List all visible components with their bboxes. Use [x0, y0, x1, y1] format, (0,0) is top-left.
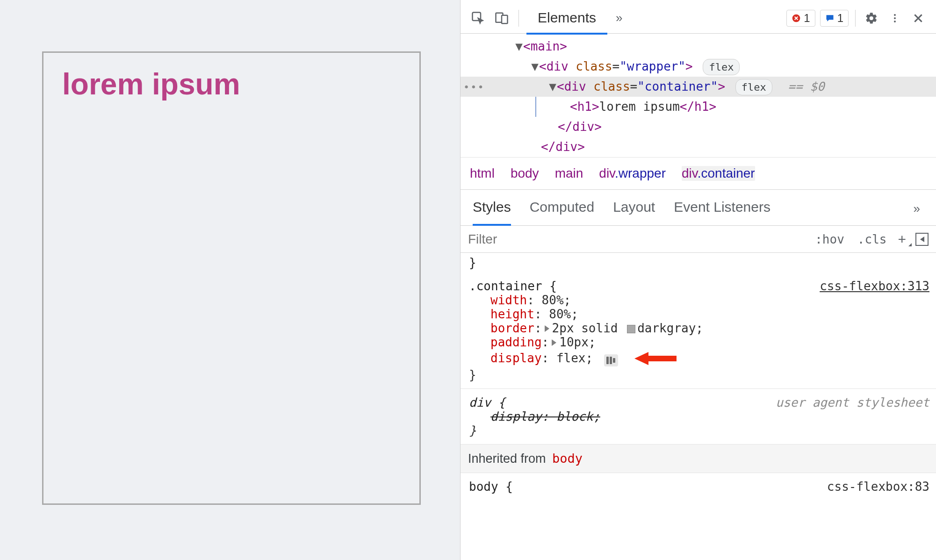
rule-div-ua[interactable]: user agent stylesheet div { display: blo…: [461, 389, 936, 445]
style-rules-pane[interactable]: } css-flexbox:313 .container { width: 80…: [461, 253, 936, 560]
gear-icon[interactable]: [862, 9, 881, 28]
styles-filter-bar: :hov .cls +: [461, 226, 936, 253]
dom-h1-node[interactable]: <h1>lorem ipsum</h1>: [461, 97, 936, 117]
tab-elements[interactable]: Elements: [526, 4, 607, 32]
more-tabs-icon[interactable]: »: [612, 11, 626, 25]
breadcrumb-container[interactable]: div.container: [682, 166, 755, 181]
breadcrumb-body[interactable]: body: [511, 166, 539, 181]
dom-tree[interactable]: ▼<main> ▼<div class="wrapper"> flex ••• …: [461, 34, 936, 157]
dom-selected-node[interactable]: ••• ▼<div class="container"> flex == $0: [461, 77, 936, 97]
svg-rect-2: [502, 15, 508, 23]
rule-body-partial[interactable]: css-flexbox:83 body {: [461, 473, 936, 495]
new-style-rule-icon[interactable]: +: [893, 231, 911, 247]
divider: [518, 10, 519, 27]
source-link[interactable]: css-flexbox:83: [827, 480, 929, 494]
disclosure-triangle-icon[interactable]: ▼: [531, 57, 539, 76]
rule-close-fragment: }: [461, 253, 936, 273]
hov-toggle[interactable]: :hov: [808, 232, 851, 246]
kebab-menu-icon[interactable]: [886, 9, 904, 28]
error-badge[interactable]: 1: [786, 10, 815, 27]
container-box: lorem ipsum: [42, 51, 421, 505]
page-preview: lorem ipsum: [0, 0, 460, 560]
flexbox-editor-icon[interactable]: [604, 354, 618, 366]
tab-styles[interactable]: Styles: [473, 194, 511, 223]
svg-point-5: [894, 17, 896, 19]
rule-container[interactable]: css-flexbox:313 .container { width: 80%;…: [461, 273, 936, 389]
inspect-icon[interactable]: [469, 9, 488, 28]
computed-sidebar-toggle-icon[interactable]: [915, 233, 929, 246]
source-note: user agent stylesheet: [776, 395, 929, 409]
expand-shorthand-icon[interactable]: [545, 325, 549, 332]
svg-marker-7: [634, 352, 677, 365]
more-subtabs-icon[interactable]: »: [910, 201, 924, 216]
source-link[interactable]: css-flexbox:313: [820, 279, 929, 293]
flex-badge[interactable]: flex: [703, 59, 740, 75]
rule-close: }: [469, 424, 928, 438]
disclosure-triangle-icon[interactable]: ▼: [548, 78, 557, 96]
devtools-toolbar: Elements » 1 1: [461, 0, 936, 34]
svg-point-4: [894, 14, 896, 16]
breadcrumb-main[interactable]: main: [555, 166, 583, 181]
dom-div-close[interactable]: </div>: [461, 137, 936, 157]
inherited-header: Inherited from body: [461, 445, 936, 473]
breadcrumb-html[interactable]: html: [470, 166, 495, 181]
divider: [855, 10, 856, 27]
rule-close: }: [469, 368, 928, 382]
expand-shorthand-icon[interactable]: [552, 339, 556, 346]
svg-point-6: [894, 21, 896, 22]
selection-marker: == $0: [788, 79, 824, 93]
annotation-arrow-icon: [634, 349, 677, 368]
breadcrumb-wrapper[interactable]: div.wrapper: [599, 166, 666, 181]
tab-event-listeners[interactable]: Event Listeners: [674, 194, 770, 223]
flex-badge[interactable]: flex: [735, 79, 772, 95]
page-heading: lorem ipsum: [62, 67, 401, 101]
styles-filter-input[interactable]: [461, 227, 808, 251]
device-toggle-icon[interactable]: [492, 9, 511, 28]
tab-layout[interactable]: Layout: [613, 194, 655, 223]
disclosure-triangle-icon[interactable]: ▼: [515, 37, 523, 56]
dom-row-actions-icon[interactable]: •••: [463, 79, 485, 94]
error-count: 1: [804, 12, 810, 25]
dom-div-close[interactable]: </div>: [461, 117, 936, 137]
dom-main-open[interactable]: <main>: [523, 39, 567, 53]
message-badge[interactable]: 1: [820, 10, 849, 27]
close-icon[interactable]: [909, 9, 928, 28]
styles-subtabs: Styles Computed Layout Event Listeners »: [461, 190, 936, 226]
tab-computed[interactable]: Computed: [530, 194, 594, 223]
devtools-panel: Elements » 1 1 ▼<main> ▼<div class="wrap…: [460, 0, 936, 560]
cls-toggle[interactable]: .cls: [851, 232, 893, 246]
breadcrumb: html body main div.wrapper div.container: [461, 157, 936, 190]
message-count: 1: [837, 12, 843, 25]
color-swatch[interactable]: [627, 325, 635, 333]
dom-wrapper-open[interactable]: <div: [539, 59, 569, 73]
